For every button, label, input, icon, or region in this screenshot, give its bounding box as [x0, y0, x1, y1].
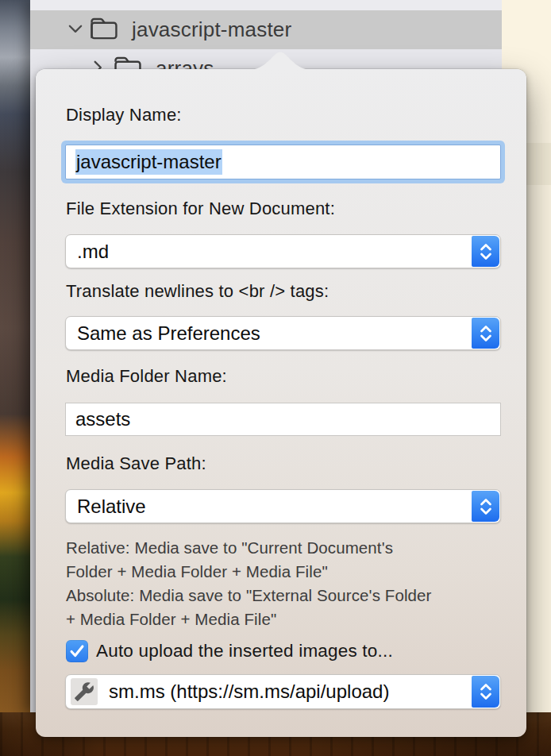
sidebar-top-strip: [30, 0, 502, 10]
sidebar-item-javascript-master[interactable]: javascript-master: [30, 10, 502, 49]
up-down-chevrons-icon: [472, 676, 499, 708]
upload-service-value: sm.ms (https://sm.ms/api/upload): [109, 681, 389, 703]
popover-arrow: [249, 51, 312, 70]
media-folder-name-input[interactable]: assets: [65, 403, 501, 436]
folder-settings-popover: Display Name: javascript-master File Ext…: [36, 69, 526, 737]
auto-upload-label: Auto upload the inserted images to...: [96, 641, 393, 662]
translate-newlines-select[interactable]: Same as Preferences: [65, 316, 501, 350]
display-name-input[interactable]: javascript-master: [65, 145, 501, 179]
checkmark-icon: [67, 642, 87, 661]
media-folder-name-value: assets: [75, 408, 130, 430]
up-down-chevrons-icon: [472, 491, 499, 522]
selected-text: javascript-master: [75, 149, 222, 175]
sidebar-item-label: javascript-master: [132, 17, 291, 42]
file-extension-value: .md: [77, 241, 109, 263]
upload-service-select[interactable]: sm.ms (https://sm.ms/api/upload): [65, 674, 501, 709]
translate-newlines-value: Same as Preferences: [77, 322, 260, 345]
desktop-wallpaper: [0, 0, 33, 714]
media-folder-name-label: Media Folder Name:: [66, 366, 227, 387]
media-save-path-select[interactable]: Relative: [65, 489, 501, 523]
up-down-chevrons-icon: [472, 236, 499, 267]
media-save-path-help-text: Relative: Media save to "Current Documen…: [66, 536, 504, 631]
chevron-down-icon[interactable]: [67, 20, 84, 40]
file-extension-select[interactable]: .md: [65, 234, 501, 268]
display-name-label: Display Name:: [66, 105, 182, 125]
auto-upload-row: Auto upload the inserted images to...: [66, 640, 393, 662]
up-down-chevrons-icon: [472, 318, 499, 349]
media-save-path-label: Media Save Path:: [66, 453, 206, 474]
file-extension-label: File Extension for New Document:: [66, 199, 335, 219]
translate-newlines-label: Translate newlines to <br /> tags:: [66, 281, 329, 302]
wrench-icon: [71, 678, 98, 705]
screen: javascript-master arrays: [0, 0, 551, 756]
auto-upload-checkbox[interactable]: [66, 640, 88, 662]
media-save-path-value: Relative: [77, 496, 146, 518]
folder-icon: [89, 16, 119, 44]
